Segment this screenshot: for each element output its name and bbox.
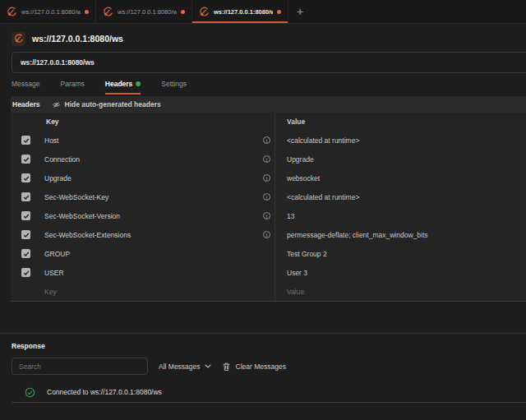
header-key[interactable]: Sec-WebSocket-Extensions (44, 231, 131, 239)
unsaved-indicator-dot (85, 10, 89, 14)
plus-icon: + (297, 5, 303, 18)
header-value[interactable]: Upgrade (287, 155, 314, 164)
row-checkbox[interactable] (21, 136, 30, 145)
header-key[interactable]: Sec-WebSocket-Version (44, 212, 120, 220)
request-tab-bar: ws://127.0.0.1:8080/ws ws://127.0.0.1:80… (0, 0, 526, 24)
table-row: Host i <calculated at runtime> (11, 131, 526, 150)
table-header-row: Key Value (11, 113, 526, 131)
row-checkbox[interactable] (21, 268, 30, 277)
info-icon[interactable]: i (263, 193, 270, 201)
headers-active-dot (136, 81, 141, 86)
headers-table: Key Value Host i <calculated at runtime>… (11, 113, 526, 302)
header-key[interactable]: Upgrade (44, 174, 72, 182)
header-value[interactable]: <calculated at runtime> (287, 193, 359, 201)
info-icon[interactable]: i (263, 231, 270, 238)
headers-panel: Headers Hide auto-generated headers Key … (11, 96, 526, 302)
tab-message[interactable]: Message (12, 80, 40, 95)
hide-autogenerated-toggle[interactable]: Hide auto-generated headers (52, 100, 161, 109)
websocket-icon (14, 34, 24, 44)
table-row: USER User 3 (11, 263, 526, 282)
header-key[interactable]: GROUP (44, 250, 70, 258)
table-row: Connection i Upgrade (11, 150, 526, 168)
tab-params[interactable]: Params (61, 80, 85, 95)
tab-headers[interactable]: Headers (105, 80, 141, 95)
request-tab-2[interactable]: ws://127.0.0.1:8080/ws (96, 0, 192, 23)
value-placeholder[interactable]: Value (287, 288, 304, 296)
chevron-down-icon (205, 364, 211, 368)
section-gap (0, 302, 526, 333)
table-row: Sec-WebSocket-Version i 13 (11, 206, 526, 225)
connection-message-row[interactable]: Connected to ws://127.0.0.1:8080/ws (0, 383, 526, 401)
request-title: ws://127.0.0.1:8080/ws (32, 34, 123, 44)
new-tab-button[interactable]: + (288, 0, 311, 23)
header-value[interactable]: Test Group 2 (287, 250, 327, 258)
header-value[interactable]: websocket (287, 174, 320, 182)
new-header-row: Key Value (11, 282, 526, 301)
request-tab-1[interactable]: ws://127.0.0.1:8080/ws (0, 0, 96, 23)
response-toolbar: All Messages Clear Messages (12, 358, 526, 375)
column-value: Value (287, 118, 305, 126)
tab-label: ws://127.0.0.1:8080/ws (21, 8, 81, 16)
unsaved-indicator-dot (181, 10, 185, 14)
header-key[interactable]: USER (44, 269, 64, 277)
request-tab-3-active[interactable]: ws://127.0.0.1:8080/ws (192, 0, 288, 23)
column-key: Key (46, 118, 59, 126)
header-key[interactable]: Sec-WebSocket-Key (44, 193, 108, 201)
headers-section-label: Headers (12, 100, 40, 108)
message-filter-dropdown[interactable]: All Messages (159, 362, 211, 371)
trash-icon (222, 362, 231, 372)
response-panel: Response All Messages Clear Messages Con… (0, 333, 526, 403)
unsaved-indicator-dot (277, 10, 281, 14)
websocket-badge (12, 32, 25, 46)
info-icon[interactable]: i (263, 136, 270, 144)
table-row: Upgrade i websocket (11, 168, 526, 187)
table-row: Sec-WebSocket-Key i <calculated at runti… (11, 187, 526, 206)
response-divider (12, 402, 526, 403)
websocket-icon (7, 7, 17, 17)
headers-toolbar: Headers Hide auto-generated headers (11, 96, 526, 113)
websocket-icon (103, 7, 113, 17)
clear-messages-button[interactable]: Clear Messages (222, 362, 286, 372)
websocket-url-input[interactable] (12, 52, 526, 73)
info-icon[interactable]: i (263, 155, 270, 163)
search-input[interactable] (12, 358, 148, 375)
info-icon[interactable]: i (263, 212, 270, 219)
header-value[interactable]: User 3 (287, 269, 307, 277)
table-row: GROUP Test Group 2 (11, 244, 526, 263)
info-icon[interactable]: i (263, 174, 270, 182)
request-header: ws://127.0.0.1:8080/ws (0, 24, 526, 48)
check-circle-icon (25, 387, 35, 398)
header-value[interactable]: permessage-deflate; client_max_window_bi… (287, 231, 428, 239)
key-placeholder[interactable]: Key (44, 288, 57, 296)
row-checkbox[interactable] (21, 249, 30, 258)
connection-message-text: Connected to ws://127.0.0.1:8080/ws (47, 388, 162, 396)
url-row (0, 52, 526, 73)
row-checkbox[interactable] (21, 211, 30, 220)
request-nav-tabs: Message Params Headers Settings (0, 80, 526, 95)
tab-label: ws://127.0.0.1:8080/ws (118, 8, 177, 16)
header-value[interactable]: 13 (287, 212, 294, 220)
header-key[interactable]: Connection (44, 155, 80, 164)
row-checkbox[interactable] (21, 230, 30, 239)
header-value[interactable]: <calculated at runtime> (287, 136, 359, 145)
row-checkbox[interactable] (21, 155, 30, 164)
header-key[interactable]: Host (44, 136, 58, 145)
row-checkbox[interactable] (21, 173, 30, 182)
tab-label: ws://127.0.0.1:8080/ws (214, 8, 273, 16)
row-checkbox[interactable] (21, 192, 30, 201)
eye-off-icon (52, 100, 61, 109)
response-section-label: Response (0, 334, 526, 350)
tab-settings[interactable]: Settings (161, 80, 187, 95)
table-row: Sec-WebSocket-Extensions i permessage-de… (11, 225, 526, 244)
websocket-icon (199, 7, 210, 17)
